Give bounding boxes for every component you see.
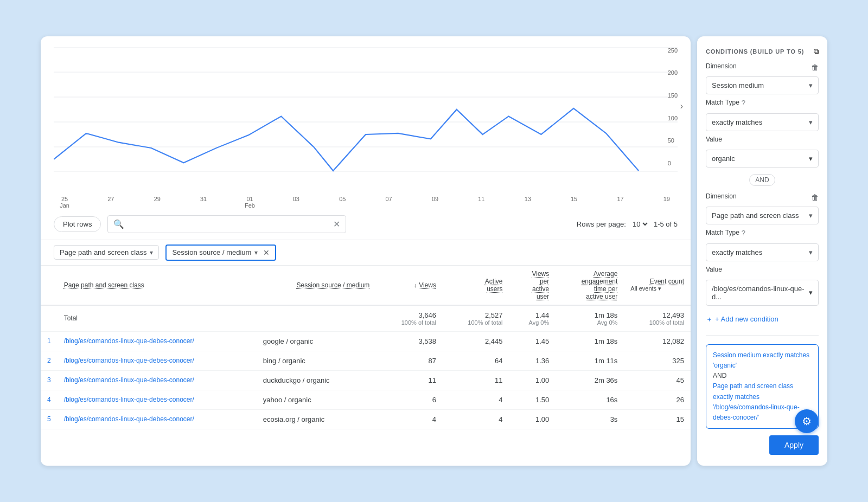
search-icon: 🔍 bbox=[113, 219, 124, 229]
apply-button[interactable]: Apply bbox=[769, 435, 819, 455]
summary-line1: Session medium exactly matches 'organic' bbox=[713, 351, 809, 369]
chevron-down-icon-2: ▾ bbox=[254, 249, 258, 256]
col-header-vpu[interactable]: Viewsperactiveuser bbox=[509, 266, 556, 305]
col-header-page[interactable]: Page path and screen class bbox=[58, 266, 257, 305]
row-engagement: 2m 36s bbox=[556, 370, 624, 390]
dimension2-dropdown[interactable]: Page path and screen class ▾ bbox=[706, 207, 819, 224]
row-session[interactable]: google / organic bbox=[257, 331, 376, 351]
row-vpu: 1.36 bbox=[509, 351, 556, 370]
row-page[interactable]: /blog/es/comandos-linux-que-debes-conoce… bbox=[58, 351, 257, 370]
row-views: 3,538 bbox=[376, 331, 443, 351]
dimension2-value: Page path and screen class bbox=[712, 211, 799, 220]
row-page[interactable]: /blog/es/comandos-linux-que-debes-conoce… bbox=[58, 331, 257, 351]
x-label-4: 31 bbox=[193, 196, 214, 209]
x-label-2: 27 bbox=[100, 196, 122, 209]
row-vpu: 1.50 bbox=[509, 390, 556, 409]
trash-icon-2[interactable]: 🗑 bbox=[811, 193, 819, 202]
plot-rows-button[interactable]: Plot rows bbox=[54, 216, 101, 232]
add-new-condition-button[interactable]: ＋ + Add new condition bbox=[706, 312, 819, 326]
total-event-count: 12,493 100% of total bbox=[624, 305, 691, 332]
row-engagement: 16s bbox=[556, 390, 624, 409]
total-engagement: 1m 18s Avg 0% bbox=[556, 305, 624, 332]
dimension-chip-page-label: Page path and screen class bbox=[60, 248, 146, 256]
dimension-block-1: Dimension 🗑 Session medium ▾ Match Type … bbox=[706, 62, 819, 168]
summary-and: AND bbox=[713, 372, 726, 379]
rows-per-page-label: Rows per page: bbox=[577, 220, 626, 228]
gear-fab-button[interactable]: ⚙ bbox=[795, 409, 819, 433]
toolbar: Plot rows 🔍 /blog/es ✕ Rows per page: 10… bbox=[41, 209, 691, 240]
row-event-count: 325 bbox=[624, 351, 691, 370]
value1-text: organic bbox=[712, 155, 735, 163]
row-session[interactable]: duckduckgo / organic bbox=[257, 370, 376, 390]
x-label-5: 01Feb bbox=[239, 196, 261, 209]
table-row: 3 /blog/es/comandos-linux-que-debes-cono… bbox=[41, 370, 691, 390]
table-row: 1 /blog/es/comandos-linux-que-debes-cono… bbox=[41, 331, 691, 351]
col-header-views[interactable]: ↓Views bbox=[376, 266, 443, 305]
col-header-event-count[interactable]: Event count All events ▾ bbox=[624, 266, 691, 305]
rows-per-page: Rows per page: 10 25 50 1-5 of 5 bbox=[577, 220, 678, 229]
event-count-sub[interactable]: All events ▾ bbox=[630, 285, 684, 292]
copy-icon: ⧉ bbox=[814, 47, 819, 55]
row-active-users: 4 bbox=[443, 390, 509, 409]
row-session[interactable]: ecosia.org / organic bbox=[257, 409, 376, 429]
row-engagement: 1m 18s bbox=[556, 331, 624, 351]
close-chip-icon[interactable]: ✕ bbox=[263, 248, 270, 257]
match-type-label-2: Match Type ? bbox=[706, 229, 819, 237]
total-row: Total 3,646 100% of total 2,527 100% of … bbox=[41, 305, 691, 332]
col-header-engagement[interactable]: Averageengagementtime peractive user bbox=[556, 266, 624, 305]
row-page[interactable]: /blog/es/comandos-linux-que-debes-conoce… bbox=[58, 409, 257, 429]
dimension-chip-session[interactable]: Session source / medium ▾ ✕ bbox=[165, 244, 276, 261]
row-views: 4 bbox=[376, 409, 443, 429]
chevron-down-icon-4: ▾ bbox=[809, 118, 813, 126]
chart-next-arrow[interactable]: › bbox=[680, 101, 683, 111]
chevron-down-icon: ▾ bbox=[150, 249, 153, 256]
row-views: 11 bbox=[376, 370, 443, 390]
chevron-down-icon-5: ▾ bbox=[809, 155, 813, 163]
chevron-down-icon-7: ▾ bbox=[809, 248, 813, 256]
row-session[interactable]: bing / organic bbox=[257, 351, 376, 370]
line-chart bbox=[54, 47, 678, 172]
row-page[interactable]: /blog/es/comandos-linux-que-debes-conoce… bbox=[58, 370, 257, 390]
row-views: 6 bbox=[376, 390, 443, 409]
row-session[interactable]: yahoo / organic bbox=[257, 390, 376, 409]
x-label-14: 19 bbox=[656, 196, 678, 209]
row-num: 3 bbox=[41, 370, 58, 390]
dimension-chip-page[interactable]: Page path and screen class ▾ bbox=[54, 245, 159, 260]
search-box[interactable]: 🔍 /blog/es ✕ bbox=[107, 215, 346, 233]
rows-per-page-select[interactable]: 10 25 50 bbox=[630, 220, 649, 229]
x-label-8: 07 bbox=[378, 196, 400, 209]
col-header-session[interactable]: Session source / medium bbox=[257, 266, 376, 305]
table-row: 4 /blog/es/comandos-linux-que-debes-cono… bbox=[41, 390, 691, 409]
value2-dropdown[interactable]: /blog/es/comandos-linux-que-d... ▾ bbox=[706, 280, 819, 306]
dimension1-dropdown[interactable]: Session medium ▾ bbox=[706, 76, 819, 94]
and-divider: AND bbox=[749, 174, 775, 186]
row-num: 4 bbox=[41, 390, 58, 409]
x-label-12: 15 bbox=[563, 196, 585, 209]
row-vpu: 1.00 bbox=[509, 409, 556, 429]
row-event-count: 26 bbox=[624, 390, 691, 409]
search-input[interactable]: /blog/es bbox=[129, 220, 329, 228]
clear-search-icon[interactable]: ✕ bbox=[333, 219, 340, 229]
dimension-label-2: Dimension bbox=[706, 192, 737, 200]
row-page[interactable]: /blog/es/comandos-linux-que-debes-conoce… bbox=[58, 390, 257, 409]
row-active-users: 64 bbox=[443, 351, 509, 370]
match-type2-dropdown[interactable]: exactly matches ▾ bbox=[706, 243, 819, 261]
match-type1-dropdown[interactable]: exactly matches ▾ bbox=[706, 113, 819, 131]
value1-dropdown[interactable]: organic ▾ bbox=[706, 150, 819, 168]
data-table: Page path and screen class Session sourc… bbox=[41, 266, 691, 429]
y-label-100: 100 bbox=[668, 115, 678, 121]
trash-icon-1[interactable]: 🗑 bbox=[811, 63, 819, 72]
help-icon-2[interactable]: ? bbox=[742, 229, 745, 237]
y-label-250: 250 bbox=[668, 47, 678, 54]
col-header-active-users[interactable]: Activeusers bbox=[443, 266, 509, 305]
help-icon-1[interactable]: ? bbox=[742, 99, 745, 107]
total-views: 3,646 100% of total bbox=[376, 305, 443, 332]
chevron-down-icon-3: ▾ bbox=[809, 81, 813, 89]
row-vpu: 1.00 bbox=[509, 370, 556, 390]
main-panel: 250 200 150 100 50 0 › 25Jan 27 29 31 01… bbox=[41, 36, 691, 466]
value-label-2: Value bbox=[706, 266, 819, 273]
copy-conditions-button[interactable]: ⧉ bbox=[814, 47, 819, 56]
y-label-0: 0 bbox=[668, 160, 678, 166]
table-row: 2 /blog/es/comandos-linux-que-debes-cono… bbox=[41, 351, 691, 370]
total-session bbox=[257, 305, 376, 332]
